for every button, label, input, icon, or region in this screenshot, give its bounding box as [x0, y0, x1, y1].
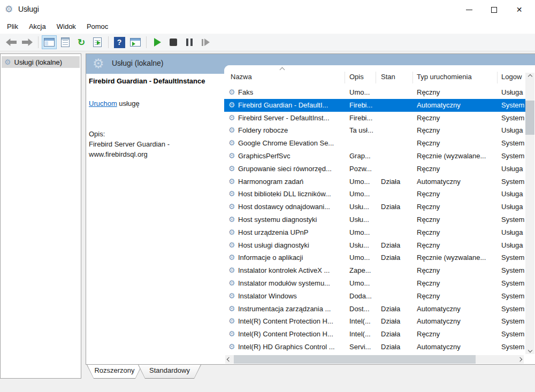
- column-header-typ-uruchomienia[interactable]: Typ uruchomienia: [417, 73, 472, 81]
- cell-typ-uruchomienia: Ręczny: [417, 279, 498, 287]
- cell-logowanie: Usługa: [501, 228, 524, 236]
- column-separator[interactable]: [345, 72, 345, 83]
- horizontal-scrollbar-thumb[interactable]: [234, 355, 476, 364]
- scroll-right-arrow-icon[interactable]: [516, 355, 524, 364]
- help-icon: ?: [114, 37, 125, 48]
- start-service-button[interactable]: [150, 35, 165, 49]
- maximize-button[interactable]: [482, 0, 507, 19]
- table-row[interactable]: ⚙Intel(R) HD Graphics Control ...Servi..…: [224, 341, 525, 353]
- service-gear-icon: ⚙: [228, 177, 235, 186]
- column-header-opis[interactable]: Opis: [349, 73, 364, 81]
- service-gear-icon: ⚙: [228, 202, 235, 211]
- refresh-button[interactable]: ↻: [74, 35, 89, 49]
- cell-nazwa: Intel(R) Content Protection H...: [238, 317, 343, 325]
- sidebar-item-services-local[interactable]: ⚙ Usługi (lokalne): [2, 56, 80, 68]
- cell-nazwa: Host usługi diagnostyki: [238, 241, 343, 249]
- restart-service-button[interactable]: [198, 35, 213, 49]
- description-label: Opis:: [89, 129, 170, 139]
- stop-service-button[interactable]: [166, 35, 181, 49]
- close-button[interactable]: ✕: [507, 0, 532, 19]
- minimize-button[interactable]: [456, 0, 482, 19]
- table-row[interactable]: ⚙Firebird Guardian - DefaultI...Firebi..…: [224, 99, 525, 112]
- menu-akcja[interactable]: Akcja: [24, 20, 51, 33]
- cell-nazwa: Harmonogram zadań: [238, 178, 343, 186]
- service-gear-icon: ⚙: [228, 151, 235, 160]
- show-console-tree-button[interactable]: [42, 35, 57, 49]
- cell-opis: Umo...: [349, 88, 375, 96]
- cell-typ-uruchomienia: Ręcznie (wyzwalane...: [417, 152, 498, 160]
- sort-ascending-icon: [280, 67, 285, 73]
- cell-opis: Intel(...: [349, 317, 375, 325]
- menu-plik[interactable]: Plik: [2, 20, 24, 33]
- table-row[interactable]: ⚙Grupowanie sieci równorzęd...Pozw...Ręc…: [224, 163, 525, 175]
- list-header: Nazwa Opis Stan Typ uruchomienia Logow: [224, 65, 535, 86]
- back-icon: [6, 39, 17, 46]
- vertical-scrollbar[interactable]: [525, 73, 534, 354]
- minimize-icon: [466, 10, 472, 10]
- column-separator[interactable]: [497, 72, 498, 83]
- cell-opis: Dost...: [349, 305, 375, 313]
- cell-opis: Umo...: [349, 178, 375, 186]
- table-row[interactable]: ⚙Host usługi diagnostykiUsłu...DziałaRęc…: [224, 239, 525, 252]
- pause-service-button[interactable]: [182, 35, 197, 49]
- cell-opis: Doda...: [349, 292, 375, 300]
- column-header-stan[interactable]: Stan: [381, 73, 395, 81]
- toolbar: ↻ ?: [0, 34, 535, 51]
- table-row[interactable]: ⚙Foldery roboczeTa usł...RęcznyUsługa: [224, 124, 525, 137]
- cell-typ-uruchomienia: Ręczny: [417, 330, 498, 338]
- table-row[interactable]: ⚙Google Chrome Elevation Se...RęcznySyst…: [224, 137, 525, 150]
- forward-button[interactable]: [20, 35, 35, 49]
- cell-stan: Działa: [381, 305, 412, 313]
- pause-icon: [186, 39, 193, 46]
- play-icon: [154, 38, 161, 47]
- table-row[interactable]: ⚙FaksUmo...RęcznyUsługa: [224, 86, 525, 99]
- table-row[interactable]: ⚙Firebird Server - DefaultInst...Firebi.…: [224, 112, 525, 125]
- column-separator[interactable]: [412, 72, 413, 83]
- cell-opis: Umo...: [349, 279, 375, 287]
- service-gear-icon: ⚙: [228, 279, 235, 287]
- cell-typ-uruchomienia: Ręczny: [417, 88, 498, 96]
- menu-pomoc[interactable]: Pomoc: [81, 20, 113, 33]
- vertical-scrollbar-thumb[interactable]: [525, 101, 534, 135]
- properties-button[interactable]: [58, 35, 73, 49]
- table-row[interactable]: ⚙GraphicsPerfSvcGrap...Ręcznie (wyzwalan…: [224, 150, 525, 163]
- column-header-nazwa[interactable]: Nazwa: [231, 73, 252, 81]
- table-row[interactable]: ⚙Informacje o aplikacjiUmo...DziałaRęczn…: [224, 251, 525, 264]
- cell-nazwa: Host systemu diagnostyki: [238, 216, 343, 224]
- table-row[interactable]: ⚙Instalator WindowsDoda...RęcznySystem: [224, 290, 525, 303]
- table-row[interactable]: ⚙Instrumentacja zarządzania ...Dost...Dz…: [224, 303, 525, 316]
- cell-typ-uruchomienia: Ręczny: [417, 292, 498, 300]
- start-service-link[interactable]: Uruchom: [89, 99, 117, 107]
- help-button[interactable]: ?: [112, 35, 127, 49]
- scroll-left-arrow-icon[interactable]: [225, 355, 233, 364]
- horizontal-scrollbar[interactable]: [225, 355, 524, 364]
- cell-stan: Działa: [381, 178, 412, 186]
- table-row[interactable]: ⚙Host biblioteki DLL liczników...Umo...R…: [224, 188, 525, 201]
- table-row[interactable]: ⚙Host systemu diagnostykiUsłu...RęcznySy…: [224, 213, 525, 226]
- table-row[interactable]: ⚙Instalator modułów systemu...Umo...Ręcz…: [224, 277, 525, 290]
- table-row[interactable]: ⚙Harmonogram zadańUmo...DziałaAutomatycz…: [224, 175, 525, 188]
- export-list-button[interactable]: [90, 35, 105, 49]
- table-row[interactable]: ⚙Intel(R) Content Protection H...Intel(.…: [224, 315, 525, 328]
- column-header-logowanie[interactable]: Logow: [501, 73, 522, 81]
- service-gear-icon: ⚙: [228, 329, 235, 338]
- cell-typ-uruchomienia: Ręczny: [417, 190, 498, 198]
- table-row[interactable]: ⚙Instalator kontrolek ActiveX ...Zape...…: [224, 264, 525, 277]
- show-window-button[interactable]: [128, 35, 143, 49]
- service-gear-icon: ⚙: [228, 266, 235, 274]
- cell-opis: Zape...: [349, 266, 375, 274]
- cell-typ-uruchomienia: Automatyczny: [417, 178, 498, 186]
- table-row[interactable]: ⚙Host dostawcy odnajdowani...Usłu...Dzia…: [224, 201, 525, 213]
- menu-widok[interactable]: Widok: [51, 20, 81, 33]
- console-tree-panel: ⚙ Usługi (lokalne): [0, 53, 81, 379]
- column-separator[interactable]: [376, 72, 376, 83]
- close-icon: ✕: [516, 6, 523, 13]
- table-row[interactable]: ⚙Host urządzenia UPnPUmo...RęcznyUsługa: [224, 226, 525, 239]
- scroll-up-arrow-icon[interactable]: [525, 73, 534, 80]
- tab-standardowy[interactable]: Standardowy: [138, 365, 201, 379]
- tab-rozszerzony[interactable]: Rozszerzony: [87, 365, 142, 379]
- table-row[interactable]: ⚙Intel(R) Content Protection H...Intel(.…: [224, 328, 525, 341]
- back-button[interactable]: [4, 35, 19, 49]
- service-gear-icon: ⚙: [228, 241, 235, 249]
- scroll-down-arrow-icon[interactable]: [525, 347, 534, 354]
